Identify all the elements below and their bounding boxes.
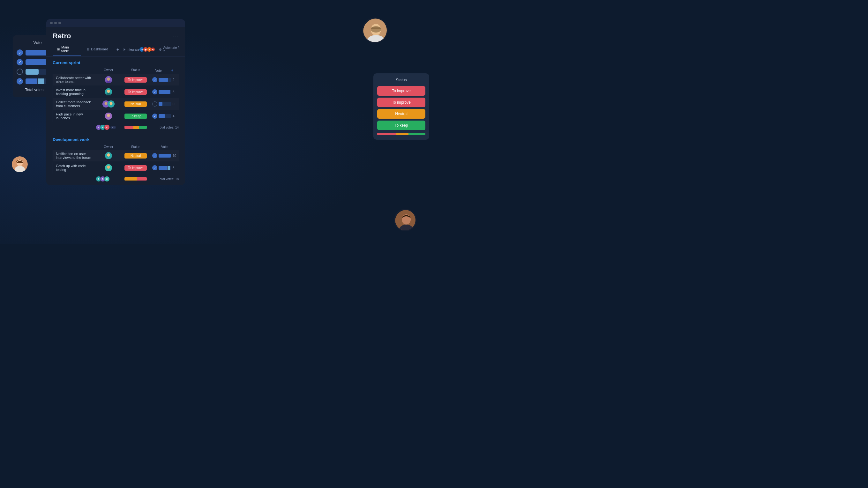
window-header: Retro ··· [46,27,185,43]
owner-cell-3 [96,100,121,107]
dev-col-vote: Vote [150,145,179,149]
table-row: Invest more time in backlog grooming To … [53,86,179,98]
vote-count-4: 4 [173,115,177,118]
svg-point-17 [107,154,110,157]
titlebar-dot-1 [50,22,53,24]
dev-vote-bar-1 [159,154,172,158]
vote-check-1[interactable]: ✓ [152,77,157,82]
dev-work-title: Development work [53,137,179,142]
vote-check-2[interactable]: ✓ [152,89,157,94]
window-menu-dots[interactable]: ··· [173,33,179,39]
titlebar-dot-2 [54,22,57,24]
integrate-icon: ⟳ [123,48,125,51]
user-avatar-top [362,18,388,43]
status-summary-bar [377,133,425,135]
avatar-woman [12,156,28,172]
sprint-total-avatars: A B C +2 [96,124,121,130]
dev-col-status: Status [121,145,150,149]
automate-button[interactable]: ⚙ Automate / 2 [159,46,179,53]
tab-dashboard[interactable]: ⊟ Dashboard [82,45,113,54]
integrate-button[interactable]: ⟳ Integrate m ◆ z +2 [123,47,155,52]
total-badge: +2 [111,126,116,129]
vote-mini-bar-1 [159,78,172,82]
total-status-bar-sprint [124,126,147,129]
owner-avatar-4 [105,112,112,120]
status-option-1[interactable]: To improve [377,86,425,96]
owner-cell-4 [96,112,121,120]
tab-add-button[interactable]: + [114,45,122,53]
window-titlebar [46,19,185,27]
check-icon-4: ✓ [19,79,21,84]
owner-cell-2 [96,88,121,95]
table-row: Notification on user interviews to the f… [53,150,179,161]
vote-cell-4: ✓ 4 [150,113,179,119]
dev-vote-count-1: 10 [173,154,177,158]
integration-icons: m ◆ z +2 [141,47,155,52]
status-badge-4[interactable]: To keep [124,113,147,119]
dev-task-1: Notification on user interviews to the f… [56,152,96,160]
owner-avatar-2 [105,88,112,95]
tab-main-table[interactable]: ⊞ Main table [53,43,81,56]
vote-checkbox-1[interactable]: ✓ [17,50,23,56]
status-option-4[interactable]: To keep [377,121,425,130]
col-vote: Vote + [150,68,179,73]
dev-owner-avatar-2 [105,164,112,171]
dev-vote-count-2: 8 [173,166,177,170]
svg-point-15 [107,114,110,117]
dev-status-badge-1[interactable]: Neutral [124,153,147,159]
dev-owner-avatar-1 [105,152,112,159]
check-icon-1: ✓ [19,51,21,55]
vote-count-1: 2 [173,78,177,82]
vote-mini-bar-3 [159,102,172,106]
status-option-2[interactable]: To improve [377,98,425,107]
vote-cell-2: ✓ 8 [150,89,179,94]
status-badge-3[interactable]: Neutral [124,101,147,107]
dev-vote-bar-2 [159,166,172,170]
dev-owner-2 [96,164,121,171]
vote-cell-1: ✓ 2 [150,77,179,82]
total-status-bar-dev [124,177,147,181]
dev-col-task [53,145,96,149]
table-row: Collect more feedback from customers Neu… [53,98,179,110]
status-option-3[interactable]: Neutral [377,109,425,119]
dev-status-2: To improve [121,165,150,171]
dev-status-1: Neutral [121,153,150,159]
table-row: Collaborate better with other teams To i… [53,74,179,86]
vote-mini-bar-2 [159,90,172,94]
status-cell-3: Neutral [121,101,150,107]
vote-checkbox-4[interactable]: ✓ [17,78,23,85]
vote-check-4[interactable]: ✓ [152,113,157,119]
tab-main-table-label: Main table [61,45,76,53]
add-col-button[interactable]: + [172,68,174,73]
dev-total-av3: C [104,176,110,182]
dev-total-votes: Total votes: 18 [150,177,179,181]
dev-vote-check-1[interactable]: ✓ [152,153,157,158]
svg-rect-24 [371,27,381,29]
status-cell-2: To improve [121,89,150,95]
dev-vote-2: ✓ 8 [150,165,179,170]
col-task [53,68,96,73]
table-row: High pace in new launches To keep ✓ 4 [53,110,179,122]
vote-check-3[interactable] [152,101,157,106]
table-icon: ⊞ [57,47,60,51]
dev-total-status-bar [121,177,150,181]
svg-point-11 [105,102,107,105]
app-window: Retro ··· ⊞ Main table ⊟ Dashboard + ⟳ I… [46,19,185,185]
task-name-4: High pace in new launches [56,112,96,120]
total-av3: C [104,124,110,130]
check-icon-2: ✓ [19,60,21,64]
tabs-right: ⟳ Integrate m ◆ z +2 ⚙ Automate / 2 [123,46,179,53]
dev-vote-check-2[interactable]: ✓ [152,165,157,170]
current-sprint-title: Current sprint [53,60,179,65]
vote-checkbox-3[interactable] [17,69,23,75]
int-badge: +2 [151,47,155,52]
svg-point-19 [107,166,110,169]
dev-status-badge-2[interactable]: To improve [124,165,147,171]
vote-checkbox-2[interactable]: ✓ [17,59,23,65]
tab-dashboard-label: Dashboard [91,47,108,51]
status-badge-2[interactable]: To improve [124,89,147,95]
svg-point-23 [371,26,381,33]
status-badge-1[interactable]: To improve [124,77,147,83]
col-owner: Owner [96,68,121,73]
dev-owner-1 [96,152,121,159]
